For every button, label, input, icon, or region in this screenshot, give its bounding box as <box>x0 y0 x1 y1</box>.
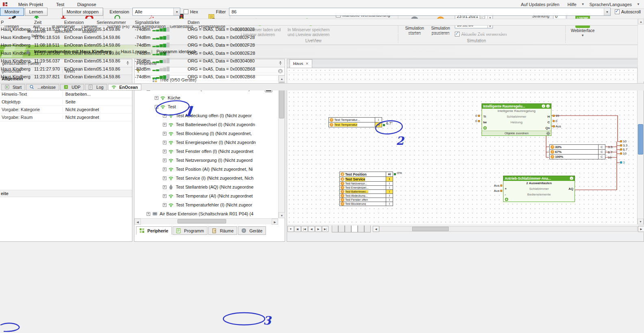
expander-icon[interactable]: + <box>163 203 166 207</box>
nav-prev-icon[interactable]: ◀ <box>308 226 315 232</box>
hex-checkbox[interactable] <box>184 9 188 14</box>
expander-icon[interactable]: + <box>163 114 166 118</box>
tree-item[interactable]: - Test <box>134 102 278 111</box>
dock-tab[interactable]: ...ebnisse <box>26 84 59 90</box>
info-icon[interactable]: i <box>570 176 573 181</box>
drive-block[interactable]: Antrieb-Schlafzimmer-Ana... i 2 Auswahlt… <box>503 176 575 202</box>
expander-icon[interactable]: + <box>163 168 166 171</box>
connector-dot[interactable] <box>383 124 385 126</box>
monitor-row[interactable]: Haus Kindberg 11:19:56.037 EnOcean Exten… <box>0 57 638 65</box>
panel-tab[interactable]: Peripherie <box>136 226 172 235</box>
expander-icon[interactable]: + <box>155 96 158 100</box>
panel-tab[interactable]: Programm <box>173 226 207 235</box>
panel-tab[interactable]: Geräte <box>238 226 266 235</box>
property-row[interactable]: Hinweis-Text Bearbeiten... <box>0 90 132 98</box>
col-extension[interactable]: Extension <box>64 20 97 25</box>
expander-icon[interactable]: + <box>163 159 166 162</box>
monitor-row[interactable]: Haus Kindberg 11:21:27.970 EnOcean Exten… <box>0 65 638 73</box>
expander-icon[interactable]: + <box>163 132 166 135</box>
add-input-icon[interactable] <box>505 198 511 201</box>
property-row[interactable]: Objekttyp Seite <box>0 98 132 106</box>
learn-button[interactable]: Lernen <box>25 8 48 16</box>
col-ip[interactable]: P <box>0 20 34 25</box>
nav-first-icon[interactable]: |◀ <box>301 226 308 232</box>
scroll-left-icon[interactable]: ◀ <box>134 219 141 225</box>
block-title[interactable]: Intelligente Raumregelu... ii <box>482 103 551 109</box>
tree-item[interactable]: + Test Service (I) (Nicht zugeordnet, Ni… <box>134 174 278 183</box>
gear-icon[interactable] <box>546 131 550 136</box>
tree-item[interactable]: + Test Position (AI) (Nicht zugeordnet, … <box>134 165 278 174</box>
lock-plus-icon[interactable]: i <box>546 104 550 109</box>
nav-dropdown-icon[interactable]: ▼ <box>287 226 294 232</box>
page-tab[interactable] <box>338 226 345 232</box>
page-tab[interactable] <box>358 226 364 232</box>
monitor-button[interactable]: Monitor <box>0 8 24 16</box>
tree-item[interactable]: + Küche <box>134 93 278 102</box>
room-controller-block[interactable]: Intelligente Raumregelu... ii Intelligen… <box>482 103 551 136</box>
scroll-right-icon[interactable]: ▶ <box>638 226 644 232</box>
program-canvas[interactable]: i Test Temperatur... I i Test Temperatur… <box>287 68 637 224</box>
expander-icon[interactable]: + <box>163 123 166 127</box>
monitor-scrollbar[interactable]: ▲ <box>638 19 644 82</box>
tree-item[interactable]: + Test Temperaturfehler (I) (Nicht zugeo… <box>134 200 278 209</box>
panel-tab[interactable]: Räume <box>208 226 237 235</box>
tree-item[interactable]: + Test Fenster offen (I) (Nicht zugeordn… <box>134 147 278 156</box>
tree-item[interactable]: + Test Stellantrieb (AQ) (Nicht zugeordn… <box>134 183 278 191</box>
monitor-row[interactable]: Haus Kindberg 11:08:18.511 EnOcean Exten… <box>0 41 638 49</box>
dock-tab[interactable]: EnOcean <box>108 84 142 90</box>
nav-overview-icon[interactable]: ▣ <box>294 226 301 232</box>
property-row[interactable]: Vorgabe: Raum Nicht zugeordnet <box>0 114 132 121</box>
page-tab[interactable] <box>332 226 338 232</box>
dock-tab[interactable]: Start <box>1 84 25 90</box>
tree-item[interactable]: + Air Base Extension (Schaltschrank R01 … <box>134 209 278 218</box>
chevron-down-icon[interactable]: ▼ <box>604 8 610 15</box>
page-tab[interactable] <box>345 226 351 232</box>
scrollbar-thumb[interactable] <box>177 219 226 223</box>
monitor-row[interactable]: Haus Kindberg 11:23:37.821 EnOcean Exten… <box>0 73 638 81</box>
page-tab[interactable] <box>351 226 358 232</box>
scroll-up-icon[interactable]: ▲ <box>638 19 644 24</box>
extension-select[interactable]: Alle ▼ <box>132 8 180 16</box>
expander-icon[interactable]: + <box>163 141 166 144</box>
sensor-row[interactable]: i Test Blockierung I <box>339 202 393 206</box>
monitor-row[interactable]: Haus Kindberg 11:06:18.516 EnOcean Exten… <box>0 34 638 42</box>
tree-item[interactable]: + Test Blockierung (I) (Nicht zugeordnet… <box>134 129 278 138</box>
tree-horizontal-scrollbar[interactable]: ◀ ▶ <box>134 218 278 224</box>
filter-combobox[interactable]: 86 ▼ <box>229 8 611 16</box>
scrollbar-thumb[interactable] <box>638 124 643 155</box>
col-zeit[interactable]: Zeit <box>34 20 64 25</box>
add-input-icon[interactable] <box>483 126 490 130</box>
canvas-horizontal-scrollbar[interactable]: ◀ ▶ <box>372 226 644 232</box>
monitor-stop-button[interactable]: Monitor stoppen <box>62 8 103 16</box>
tree-item[interactable]: + Test Temperatur (AI) (Nicht zugeordnet <box>134 191 278 200</box>
expander-icon[interactable]: - <box>155 105 158 109</box>
expander-icon[interactable]: + <box>147 212 150 216</box>
nav-next-icon[interactable]: ▶ <box>315 226 322 232</box>
col-signalstaerke[interactable]: Signalstärke <box>135 20 188 25</box>
expander-icon[interactable]: + <box>163 194 166 198</box>
io-row[interactable]: i Test Temperatur AI <box>328 122 382 127</box>
tree-item[interactable]: + Test Energiespeicher (I) (Nicht zugeor… <box>134 138 278 147</box>
percent-block[interactable]: i 100% C <box>549 154 605 159</box>
expander-icon[interactable]: + <box>163 185 166 189</box>
col-daten[interactable]: Daten <box>188 20 644 25</box>
tree-vertical-scrollbar[interactable]: ▲ ▼ <box>278 75 285 218</box>
expander-icon[interactable]: + <box>163 150 166 153</box>
dock-tab[interactable]: Log <box>85 84 107 90</box>
autoscroll-checkbox[interactable] <box>615 9 620 14</box>
col-seriennummer[interactable]: Seriennummer <box>97 20 135 25</box>
assign-objects-bar[interactable]: Objekte zuordnen <box>482 131 551 135</box>
dock-tab[interactable]: UDP <box>60 84 84 90</box>
temp-input-block[interactable]: i Test Temperatur... I i Test Temperatur… <box>328 117 382 127</box>
scroll-down-icon[interactable]: ▼ <box>279 212 285 218</box>
scrollbar-thumb[interactable] <box>412 227 449 231</box>
property-row[interactable]: Vorgabe: Kategorie Nicht zugeordnet <box>0 106 132 114</box>
monitor-row[interactable]: Haus Kindberg 11:04:18.515 EnOcean Exten… <box>0 26 638 34</box>
tree-item[interactable]: + Test Abdeckung offen (I) (Nicht zugeor <box>134 111 278 120</box>
scroll-down-icon[interactable]: ▼ <box>638 219 644 224</box>
canvas-vertical-scrollbar[interactable]: ▲ ▼ <box>637 68 644 224</box>
connector-dot[interactable] <box>394 173 396 175</box>
tree-item[interactable]: + Test Batteriewechsel (I) (Nicht zugeor… <box>134 120 278 129</box>
scroll-left-icon[interactable]: ◀ <box>373 226 379 232</box>
block-title[interactable]: Antrieb-Schlafzimmer-Ana... i <box>503 176 575 181</box>
